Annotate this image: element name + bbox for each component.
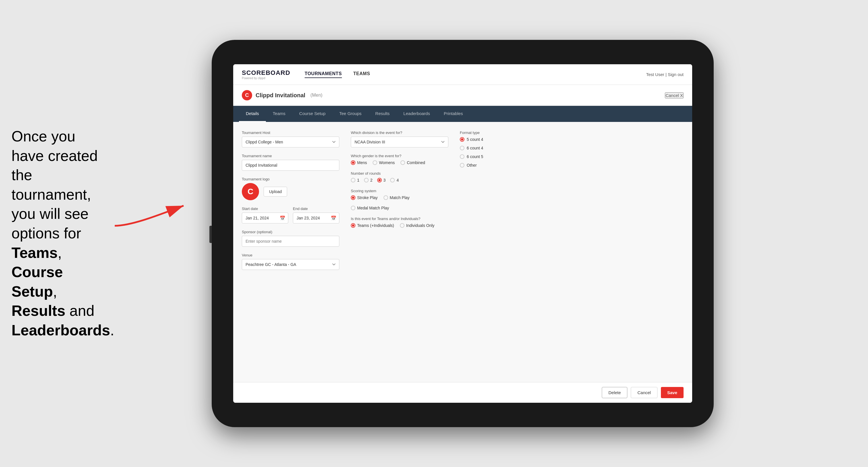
individuals-group: Is this event for Teams and/or Individua… <box>351 217 448 228</box>
cancel-tournament-button[interactable]: Cancel X <box>665 92 684 98</box>
format-6count4[interactable]: 6 count 4 <box>460 146 529 150</box>
nav-link-teams[interactable]: TEAMS <box>353 71 370 78</box>
tab-teams[interactable]: Teams <box>266 106 292 122</box>
gender-radio-group: Mens Womens Combined <box>351 160 448 165</box>
nav-links: TOURNAMENTS TEAMS <box>305 71 646 78</box>
venue-group: Venue Peachtree GC - Atlanta - GA <box>242 253 339 270</box>
tournament-host-group: Tournament Host Clippd College - Men <box>242 130 339 148</box>
round-1-radio[interactable] <box>351 178 355 182</box>
rounds-group: Number of rounds 1 2 <box>351 171 448 182</box>
arrow-indicator <box>109 197 189 232</box>
round-2-radio[interactable] <box>364 178 369 182</box>
logo-text: SCOREBOARD <box>242 69 290 76</box>
gender-mens[interactable]: Mens <box>351 160 367 165</box>
main-content: Tournament Host Clippd College - Men Tou… <box>233 122 692 382</box>
date-row: Start date 📅 End date 📅 <box>242 207 339 223</box>
gender-combined[interactable]: Combined <box>400 160 425 165</box>
scoring-stroke-play[interactable]: Stroke Play <box>351 195 378 200</box>
gender-womens[interactable]: Womens <box>373 160 395 165</box>
venue-select[interactable]: Peachtree GC - Atlanta - GA <box>242 259 339 270</box>
save-button[interactable]: Save <box>661 387 684 398</box>
format-6count5-label: 6 count 5 <box>467 154 483 159</box>
round-4-label: 4 <box>396 178 399 182</box>
cancel-button[interactable]: Cancel <box>631 387 657 398</box>
gender-mens-radio[interactable] <box>351 160 355 165</box>
individuals-teams[interactable]: Teams (+Individuals) <box>351 223 394 228</box>
gender-label: Which gender is the event for? <box>351 154 448 158</box>
tab-printables[interactable]: Printables <box>437 106 470 122</box>
format-5count4[interactable]: 5 count 4 <box>460 137 529 142</box>
tournament-header: C Clippd Invitational (Men) Cancel X <box>233 85 692 106</box>
individuals-only[interactable]: Individuals Only <box>400 223 435 228</box>
end-calendar-icon: 📅 <box>331 215 337 221</box>
logo-preview: C <box>242 183 259 200</box>
sponsor-input[interactable] <box>242 236 339 247</box>
app-container: SCOREBOARD Powered by clippd TOURNAMENTS… <box>233 64 692 403</box>
gender-mens-label: Mens <box>357 160 367 165</box>
gender-group: Which gender is the event for? Mens Wome… <box>351 154 448 165</box>
round-2-label: 2 <box>370 178 373 182</box>
tab-details[interactable]: Details <box>239 106 266 122</box>
round-3[interactable]: 3 <box>377 178 386 182</box>
format-6count5[interactable]: 6 count 5 <box>460 154 529 159</box>
format-other-radio[interactable] <box>460 163 464 167</box>
start-date-wrap: 📅 <box>242 213 288 223</box>
tab-results[interactable]: Results <box>368 106 396 122</box>
user-area: Test User | Sign out <box>646 72 684 77</box>
scoring-medal-match-play[interactable]: Medal Match Play <box>351 206 389 210</box>
division-select[interactable]: NCAA Division III <box>351 136 448 148</box>
individuals-label: Is this event for Teams and/or Individua… <box>351 217 448 221</box>
tournament-name-input[interactable] <box>242 160 339 171</box>
user-info[interactable]: Test User | Sign out <box>646 72 684 77</box>
scoring-match-play-label: Match Play <box>390 195 410 200</box>
tournament-icon: C <box>242 90 252 100</box>
format-6count4-radio[interactable] <box>460 146 464 150</box>
logo-upload-area: C Upload <box>242 183 339 200</box>
delete-button[interactable]: Delete <box>602 387 627 398</box>
division-group: Which division is the event for? NCAA Di… <box>351 130 448 148</box>
format-other[interactable]: Other <box>460 163 529 167</box>
scoring-stroke-play-radio[interactable] <box>351 195 355 200</box>
host-label: Tournament Host <box>242 130 339 135</box>
nav-link-tournaments[interactable]: TOURNAMENTS <box>305 71 342 78</box>
gender-womens-label: Womens <box>379 160 395 165</box>
bottom-action-bar: Delete Cancel Save <box>233 382 692 403</box>
individuals-teams-radio[interactable] <box>351 223 355 228</box>
rounds-radio-group: 1 2 3 4 <box>351 178 448 182</box>
name-label: Tournament name <box>242 154 339 158</box>
individuals-radio-group: Teams (+Individuals) Individuals Only <box>351 223 448 228</box>
format-6count5-radio[interactable] <box>460 154 464 159</box>
tablet-screen: SCOREBOARD Powered by clippd TOURNAMENTS… <box>233 64 692 403</box>
right-column: Format type 5 count 4 6 count 4 6 count … <box>460 130 529 373</box>
upload-button[interactable]: Upload <box>264 187 287 196</box>
start-date-label: Start date <box>242 207 288 211</box>
scoring-medal-match-play-radio[interactable] <box>351 206 355 210</box>
tab-tee-groups[interactable]: Tee Groups <box>333 106 369 122</box>
host-select[interactable]: Clippd College - Men <box>242 136 339 148</box>
format-5count4-radio[interactable] <box>460 137 464 142</box>
end-date-wrap: 📅 <box>293 213 339 223</box>
individuals-teams-label: Teams (+Individuals) <box>357 223 394 228</box>
middle-column: Which division is the event for? NCAA Di… <box>351 130 448 373</box>
scoring-match-play-radio[interactable] <box>383 195 388 200</box>
round-4[interactable]: 4 <box>390 178 399 182</box>
scoring-label: Scoring system <box>351 189 448 193</box>
tablet-shell: SCOREBOARD Powered by clippd TOURNAMENTS… <box>212 40 714 427</box>
tab-bar: Details Teams Course Setup Tee Groups Re… <box>233 106 692 122</box>
division-label: Which division is the event for? <box>351 130 448 135</box>
scoring-group: Scoring system Stroke Play Match Play <box>351 189 448 210</box>
scoring-match-play[interactable]: Match Play <box>383 195 410 200</box>
gender-combined-radio[interactable] <box>400 160 405 165</box>
tab-course-setup[interactable]: Course Setup <box>292 106 333 122</box>
tab-leaderboards[interactable]: Leaderboards <box>396 106 437 122</box>
sponsor-group: Sponsor (optional) <box>242 230 339 247</box>
gender-womens-radio[interactable] <box>373 160 377 165</box>
scoring-radio-group: Stroke Play Match Play Medal Match Play <box>351 195 448 210</box>
format-type-label: Format type <box>460 130 529 135</box>
individuals-only-radio[interactable] <box>400 223 404 228</box>
round-1[interactable]: 1 <box>351 178 360 182</box>
round-2[interactable]: 2 <box>364 178 373 182</box>
tournament-name: Clippd Invitational <box>255 92 305 99</box>
round-3-radio[interactable] <box>377 178 382 182</box>
round-4-radio[interactable] <box>390 178 395 182</box>
